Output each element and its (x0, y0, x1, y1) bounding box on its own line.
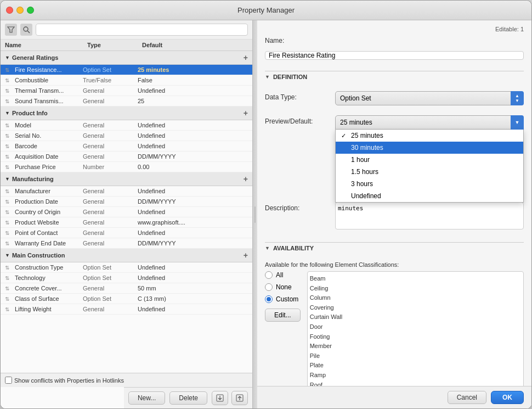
left-panel: Name Type Default ▼ General Ratings + ⇅ … (1, 20, 253, 408)
data-type-control: ▲ ▼ (335, 91, 524, 105)
cancel-button[interactable]: Cancel (448, 391, 486, 404)
add-group-button[interactable]: + (244, 109, 248, 117)
table-row[interactable]: ⇅ Concrete Cover... General 50 mm (1, 283, 252, 294)
prop-type: General (83, 209, 138, 215)
data-type-input[interactable] (335, 91, 524, 105)
new-button[interactable]: New... (128, 391, 165, 405)
name-input[interactable] (265, 51, 524, 60)
availability-section-header: ▼ AVAILABILITY (265, 242, 524, 254)
availability-desc: Available for the following Element Clas… (265, 261, 524, 268)
edit-button[interactable]: Edit... (265, 309, 301, 322)
prop-default: DD/MM/YYYY (138, 198, 252, 205)
dropdown-item[interactable]: 25 minutes (336, 130, 523, 142)
table-row[interactable]: ⇅ Warranty End Date General DD/MM/YYYY (1, 238, 252, 249)
table-row[interactable]: ⇅ Thermal Transm... General Undefined (1, 86, 252, 96)
dropdown-item[interactable]: 3 hours (336, 178, 523, 190)
prop-type: Option Set (83, 295, 138, 302)
table-row[interactable]: ⇅ Serial No. General Undefined (1, 131, 252, 141)
add-group-button[interactable]: + (244, 53, 248, 62)
export-icon[interactable] (231, 391, 248, 405)
prop-name: Combustible (14, 77, 83, 83)
table-row[interactable]: ⇅ Production Date General DD/MM/YYYY (1, 197, 252, 207)
table-row[interactable]: ⇅ Lifting Weight General Undefined (1, 304, 252, 315)
table-row[interactable]: ⇅ Acquisition Date General DD/MM/YYYY (1, 152, 252, 162)
radio-custom[interactable]: Custom (265, 295, 301, 303)
left-bottom-toolbar: Show conflicts with Properties in Hotlin… (1, 373, 252, 387)
right-panel-content: Editable: 1 Name: ▼ DEFINITION Data Type… (257, 20, 531, 386)
hotlinks-checkbox-label[interactable]: Show conflicts with Properties in Hotlin… (5, 377, 124, 384)
prop-name: Thermal Transm... (14, 87, 83, 94)
close-button[interactable] (6, 7, 13, 14)
dropdown-item[interactable]: Undefined (336, 190, 523, 202)
drag-handle: ⇅ (1, 98, 14, 104)
delete-button[interactable]: Delete (169, 391, 207, 405)
group-general-ratings[interactable]: ▼ General Ratings + (1, 51, 252, 65)
table-row[interactable]: ⇅ Construction Type Option Set Undefined (1, 262, 252, 273)
table-row[interactable]: ⇅ Product Website General www.graphisoft… (1, 217, 252, 228)
search-input[interactable] (36, 24, 248, 36)
drag-handle: ⇅ (1, 240, 14, 246)
prop-default: Undefined (138, 264, 252, 271)
prop-default: www.graphisoft.... (138, 219, 252, 226)
table-row[interactable]: ⇅ Manufacturer General Undefined (1, 186, 252, 197)
dropdown-item[interactable]: 1 hour (336, 154, 523, 166)
group-main-construction[interactable]: ▼ Main Construction + (1, 249, 252, 262)
table-row[interactable]: ⇅ Model General Undefined (1, 120, 252, 131)
resize-divider[interactable] (253, 20, 257, 408)
group-product-info[interactable]: ▼ Product Info + (1, 107, 252, 120)
preview-input[interactable] (335, 115, 524, 130)
prop-default: Undefined (138, 274, 252, 281)
table-row[interactable]: ⇅ Class of Surface Option Set C (13 mm) (1, 294, 252, 304)
name-label: Name: (265, 37, 309, 44)
prop-type: General (83, 240, 138, 246)
table-row[interactable]: ⇅ Technology Option Set Undefined (1, 273, 252, 283)
maximize-button[interactable] (27, 7, 34, 14)
availability-section: Available for the following Element Clas… (265, 261, 524, 386)
list-item: Member (310, 341, 521, 351)
preview-label: Preview/Default: (265, 115, 331, 125)
import-icon[interactable] (212, 391, 228, 405)
table-row[interactable]: ⇅ Country of Origin General Undefined (1, 207, 252, 217)
table-row[interactable]: ⇅ Point of Contact General Undefined (1, 228, 252, 238)
list-item: Covering (310, 303, 521, 313)
drag-handle: ⇅ (1, 67, 14, 73)
description-textarea[interactable]: minutes (335, 202, 524, 229)
table-row[interactable]: ⇅ Sound Transmis... General 25 (1, 96, 252, 107)
prop-type: General (83, 285, 138, 292)
dropdown-item[interactable]: 30 minutes (336, 142, 523, 154)
prop-default: Undefined (138, 87, 252, 94)
description-label: Description: (265, 202, 331, 212)
table-row[interactable]: ⇅ Combustible True/False False (1, 75, 252, 86)
minimize-button[interactable] (16, 7, 24, 14)
hotlinks-checkbox[interactable] (5, 377, 12, 384)
prop-name: Lifting Weight (14, 306, 83, 312)
table-row[interactable]: ⇅ Fire Resistance... Option Set 25 minut… (1, 65, 252, 75)
dropdown-item-label: 1.5 hours (351, 168, 378, 176)
prop-name: Model (14, 122, 83, 128)
table-row[interactable]: ⇅ Barcode General Undefined (1, 141, 252, 152)
radio-all[interactable]: All (265, 271, 301, 279)
group-label: Product Info (12, 110, 48, 116)
add-group-button[interactable]: + (244, 175, 248, 183)
name-row: Name: (265, 37, 524, 44)
radio-none[interactable]: None (265, 283, 301, 291)
preview-control: ▼ 25 minutes 30 minutes 1 hour (335, 115, 524, 130)
dropdown-item-label: 1 hour (351, 156, 370, 164)
dropdown-item[interactable]: 1.5 hours (336, 166, 523, 178)
prop-name: Point of Contact (14, 229, 83, 236)
filter-icon[interactable] (5, 24, 17, 36)
add-group-button[interactable]: + (244, 251, 248, 260)
prop-default: 50 mm (138, 285, 252, 292)
prop-name: Sound Transmis... (14, 98, 83, 104)
list-item: Plate (310, 361, 521, 371)
prop-name: Product Website (14, 219, 83, 226)
table-row[interactable]: ⇅ Purchase Price Number 0.00 (1, 162, 252, 172)
ok-button[interactable]: OK (491, 391, 524, 404)
drag-handle: ⇅ (1, 275, 14, 281)
window-controls (6, 7, 34, 14)
search-icon[interactable] (20, 24, 32, 36)
classification-list: Beam Ceiling Column Covering Curtain Wal… (307, 271, 524, 386)
group-manufacturing[interactable]: ▼ Manufacturing + (1, 172, 252, 186)
prop-type: General (83, 132, 138, 139)
prop-name: Construction Type (14, 264, 83, 271)
